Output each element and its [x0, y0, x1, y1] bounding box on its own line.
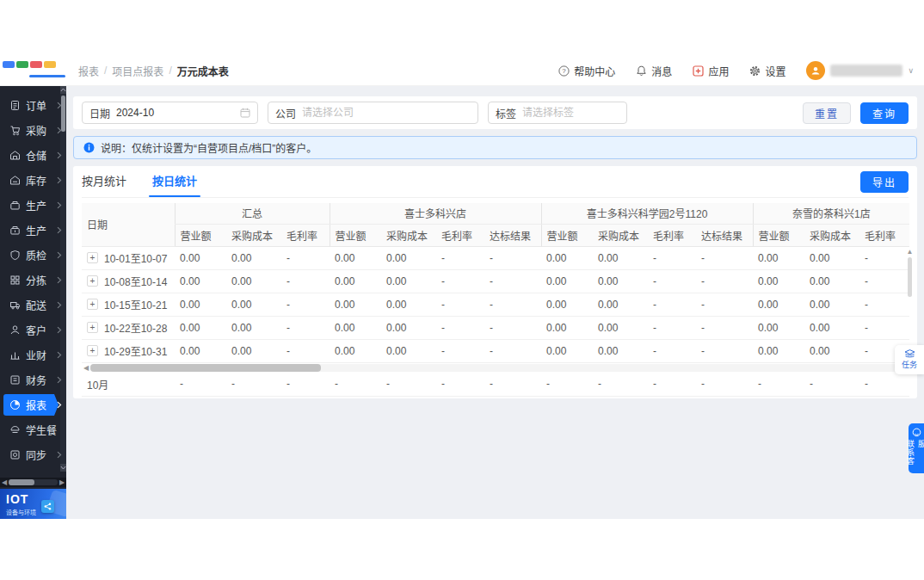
sidebar-item-finance[interactable]: 财务 [0, 367, 66, 392]
column-header: 毛利率 [281, 224, 330, 246]
breadcrumb-item[interactable]: 报表 [78, 64, 99, 78]
help-center-button[interactable]: ? 帮助中心 [558, 64, 615, 78]
apps-button[interactable]: 应用 [693, 64, 729, 78]
person-icon [810, 65, 821, 76]
scroll-thumb[interactable] [9, 479, 34, 485]
sidebar-horizontal-scrollbar[interactable]: ◀ ▶ [0, 478, 66, 487]
cell: 0.00 [753, 246, 804, 269]
expand-icon[interactable]: + [87, 252, 98, 263]
breadcrumb-item[interactable]: 项目点报表 [112, 64, 163, 78]
cell: 0.00 [541, 339, 593, 362]
scroll-left-icon[interactable]: ◀ [0, 478, 9, 487]
summary-cell: - [330, 373, 381, 397]
sidebar-item-production[interactable]: 生产 [0, 193, 66, 218]
cell: - [436, 316, 484, 339]
scroll-left-icon[interactable]: ◀ [82, 364, 90, 372]
date-picker[interactable]: 日期 [82, 102, 258, 124]
messages-button[interactable]: 消息 [636, 64, 672, 78]
sidebar-item-label: 订单 [26, 98, 52, 113]
cell: - [648, 246, 696, 269]
cell: 0.00 [541, 269, 593, 293]
sidebar-item-label: 财务 [26, 373, 52, 387]
sidebar-item-purchase[interactable]: 采购 [0, 118, 66, 143]
table-row: +10-22至10-280.000.00-0.000.00--0.000.00-… [82, 316, 909, 339]
iot-banner[interactable]: IOT 设备与环境 [0, 489, 66, 519]
table-zone: 日期汇总喜士多科兴店喜士多科兴科学园2号1120奈雪的茶科兴1店 营业额采购成本… [82, 203, 909, 397]
finance-icon [9, 374, 21, 386]
group-header-row: 日期汇总喜士多科兴店喜士多科兴科学园2号1120奈雪的茶科兴1店 [82, 203, 909, 224]
sidebar-item-business-finance[interactable]: 业财 [0, 342, 66, 367]
logo-bar-blue [3, 61, 15, 68]
sidebar-item-quality[interactable]: 质检 [0, 243, 66, 268]
sidebar-item-order[interactable]: 订单 [0, 93, 66, 118]
sidebar-item-sorting[interactable]: 分拣 [0, 268, 66, 293]
expand-icon[interactable]: + [87, 322, 98, 333]
tasks-widget[interactable]: 任务 [895, 345, 924, 374]
notice-banner: 说明：仅统计设置为“自营项目点/档口”的客户。 [73, 136, 917, 159]
tab-daily[interactable]: 按日统计 [152, 172, 197, 197]
date-input[interactable] [116, 107, 234, 119]
table-horizontal-scrollbar[interactable]: ◀ ▶ [82, 363, 909, 373]
summary-cell: - [281, 373, 330, 397]
cell: - [648, 316, 696, 339]
apps-label: 应用 [708, 64, 729, 78]
cell: 0.00 [804, 246, 859, 269]
sidebar-item-sync[interactable]: 同步 [0, 442, 66, 467]
user-menu[interactable]: ∨ [806, 61, 914, 80]
scroll-thumb[interactable] [90, 364, 321, 372]
expand-icon[interactable]: + [87, 345, 98, 356]
tag-input[interactable] [522, 107, 619, 119]
company-select[interactable]: 公司 [268, 102, 478, 124]
cell: 0.00 [226, 293, 281, 316]
notice-text: 说明：仅统计设置为“自营项目点/档口”的客户。 [101, 140, 317, 155]
sidebar-item-label: 报表 [26, 398, 52, 412]
tab-monthly[interactable]: 按月统计 [82, 172, 126, 197]
sidebar-item-label: 仓储 [26, 148, 52, 163]
settings-button[interactable]: 设置 [749, 64, 785, 78]
scroll-up-icon[interactable]: ▲ [906, 248, 914, 256]
cell: 0.00 [753, 316, 804, 339]
cell: 0.00 [381, 246, 436, 269]
scroll-down-icon[interactable] [60, 464, 66, 472]
expand-icon[interactable]: + [87, 299, 98, 310]
company-input[interactable] [302, 107, 471, 119]
chevron-right-icon [57, 251, 62, 259]
sidebar-item-inventory[interactable]: 库存 [0, 168, 66, 193]
contact-service-widget[interactable]: 联系客服 [909, 423, 924, 473]
sidebar-item-warehouse[interactable]: 仓储 [0, 143, 66, 168]
sidebar-item-report[interactable]: 报表 [0, 392, 66, 417]
sidebar-item-label: 业财 [26, 348, 52, 362]
breadcrumb-separator: / [104, 65, 107, 77]
cell: - [648, 269, 696, 293]
scroll-track[interactable] [90, 364, 900, 372]
scroll-right-icon[interactable]: ▶ [58, 478, 66, 487]
chevron-right-icon [57, 226, 62, 234]
tag-select[interactable]: 标签 [488, 102, 627, 124]
expand-icon[interactable]: + [87, 275, 98, 287]
summary-label: 10月 [82, 373, 175, 397]
sidebar-item-student-meal[interactable]: 学生餐 [0, 417, 66, 442]
question-circle-icon: ? [558, 65, 570, 77]
cell: - [484, 246, 541, 269]
cell: 0.00 [175, 316, 226, 339]
sidebar-item-delivery[interactable]: 配送 [0, 293, 66, 318]
cell: 0.00 [381, 339, 436, 362]
cell: 0.00 [330, 246, 381, 269]
cell: 0.00 [226, 339, 281, 362]
sidebar-item-production2[interactable]: 生产 [0, 218, 66, 243]
scroll-track[interactable] [9, 479, 58, 485]
reset-button[interactable]: 重置 [803, 102, 851, 124]
export-button[interactable]: 导出 [860, 171, 909, 193]
search-button[interactable]: 查询 [860, 102, 909, 124]
sidebar-item-customer[interactable]: 客户 [0, 318, 66, 342]
column-header: 营业额 [175, 224, 226, 246]
contact-service-label: 联系客服 [905, 440, 924, 473]
cell: 0.00 [541, 316, 593, 339]
topbar: 报表 / 项目点报表 / 万元成本表 ? 帮助中心 消息 应用 [0, 56, 924, 86]
scroll-up-icon[interactable] [60, 86, 66, 94]
cell: 0.00 [593, 269, 648, 293]
column-header: 采购成本 [804, 224, 859, 246]
svg-text:?: ? [563, 67, 567, 75]
scroll-thumb[interactable] [908, 257, 912, 297]
column-header: 达标结果 [696, 224, 753, 246]
